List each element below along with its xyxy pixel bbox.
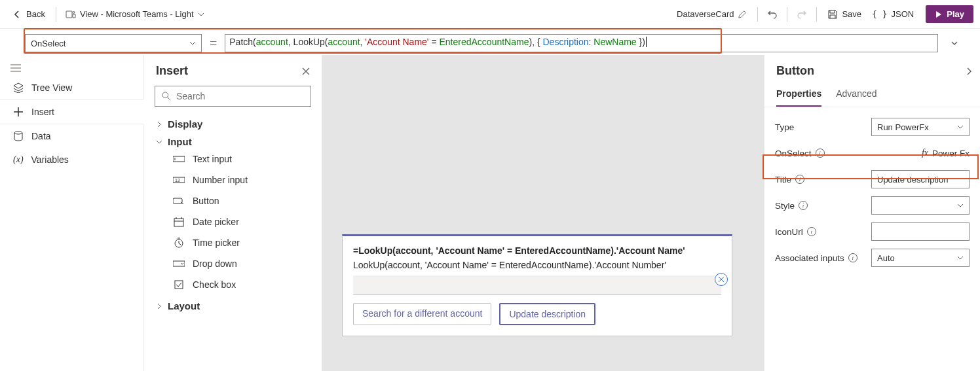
- fx-icon: fx: [922, 148, 928, 158]
- sidebar-item-data[interactable]: Data: [0, 124, 143, 148]
- property-dropdown[interactable]: OnSelect: [25, 34, 202, 52]
- card-text-line-1: =LookUp(account, 'Account Name' = Entere…: [353, 245, 721, 256]
- formula-expand[interactable]: [945, 36, 964, 50]
- svg-text:12: 12: [175, 178, 180, 183]
- formula-bar[interactable]: Patch(account, LookUp(account, 'Account …: [225, 34, 938, 52]
- properties-heading: Button: [776, 64, 814, 78]
- group-layout[interactable]: Layout: [144, 295, 322, 313]
- properties-expand[interactable]: [966, 67, 972, 76]
- prop-iconurl-input[interactable]: [871, 222, 970, 241]
- control-number-input[interactable]: 12 Number input: [144, 169, 322, 190]
- card-button-update[interactable]: Update description: [499, 303, 595, 325]
- info-icon[interactable]: i: [807, 227, 816, 236]
- info-icon[interactable]: i: [816, 149, 825, 158]
- view-dropdown[interactable]: View - Microsoft Teams - Light: [62, 7, 208, 22]
- control-label: Date picker: [193, 217, 239, 227]
- info-icon[interactable]: i: [795, 175, 804, 184]
- design-canvas[interactable]: =LookUp(account, 'Account Name' = Entere…: [322, 55, 764, 371]
- property-dropdown-value: OnSelect: [31, 39, 66, 48]
- text-input-icon: [173, 155, 185, 163]
- card-text-input[interactable]: [353, 275, 721, 295]
- group-label: Input: [168, 136, 192, 147]
- play-label: Play: [947, 9, 964, 19]
- undo-button[interactable]: [763, 7, 782, 22]
- control-button[interactable]: Button: [144, 190, 322, 211]
- prop-type-select[interactable]: Run PowerFx: [871, 118, 970, 136]
- control-time-picker[interactable]: Time picker: [144, 232, 322, 253]
- chevron-down-icon: [156, 139, 162, 145]
- sidebar-item-label: Data: [31, 131, 51, 141]
- control-text-input[interactable]: Text input: [144, 149, 322, 169]
- svg-rect-7: [173, 198, 182, 203]
- layers-icon: [13, 82, 24, 93]
- variable-icon: (x): [13, 154, 24, 165]
- svg-point-3: [162, 92, 168, 98]
- play-button[interactable]: Play: [926, 5, 973, 23]
- save-icon: [827, 9, 838, 20]
- insert-search[interactable]: [155, 86, 311, 107]
- control-label: Button: [193, 196, 219, 206]
- group-display[interactable]: Display: [144, 113, 322, 131]
- close-insert-button[interactable]: [299, 65, 312, 78]
- info-icon[interactable]: i: [799, 201, 808, 210]
- save-button[interactable]: Save: [822, 7, 867, 22]
- leftnav-collapse[interactable]: [0, 60, 143, 76]
- button-icon: [173, 197, 185, 205]
- insert-title: Insert: [156, 64, 188, 78]
- hamburger-icon: [10, 64, 21, 72]
- close-icon: [718, 276, 725, 283]
- prop-label-style: Stylei: [775, 201, 808, 211]
- plus-icon: [13, 107, 24, 117]
- control-check-box[interactable]: Check box: [144, 274, 322, 295]
- redo-button: [793, 7, 811, 22]
- prop-assoc-select[interactable]: Auto: [871, 249, 970, 267]
- chevron-down-icon: [957, 124, 964, 130]
- tab-properties[interactable]: Properties: [776, 84, 821, 107]
- info-icon[interactable]: i: [848, 253, 857, 262]
- group-label: Display: [168, 118, 202, 130]
- group-input[interactable]: Input: [144, 131, 322, 149]
- card-button-search[interactable]: Search for a different account: [353, 303, 491, 325]
- separator: [56, 7, 56, 22]
- card-name-label: DataverseCard: [677, 9, 734, 19]
- sidebar-item-tree-view[interactable]: Tree View: [0, 76, 143, 99]
- control-label: Text input: [193, 154, 232, 164]
- back-button[interactable]: Back: [7, 7, 50, 22]
- sidebar-item-variables[interactable]: (x) Variables: [0, 148, 143, 171]
- separator: [816, 7, 817, 22]
- clock-icon: [173, 238, 185, 248]
- save-label: Save: [842, 9, 861, 19]
- sidebar-item-label: Variables: [31, 154, 69, 165]
- database-icon: [13, 131, 24, 141]
- dropdown-icon: [173, 260, 185, 268]
- teams-icon: [66, 9, 76, 20]
- svg-point-2: [14, 132, 22, 134]
- json-button[interactable]: { } JSON: [867, 7, 919, 22]
- chevron-right-icon: [966, 67, 972, 76]
- insert-search-input[interactable]: [176, 91, 304, 101]
- close-icon: [302, 67, 310, 75]
- sidebar-item-insert[interactable]: Insert: [0, 99, 143, 124]
- prop-title-input[interactable]: Update description: [871, 170, 970, 188]
- card-name[interactable]: DataverseCard: [671, 7, 752, 22]
- prop-label-onselect: OnSelecti: [775, 149, 825, 158]
- prop-style-select[interactable]: [871, 196, 970, 215]
- equals-sign: =: [208, 36, 218, 51]
- control-drop-down[interactable]: Drop down: [144, 253, 322, 274]
- tab-advanced[interactable]: Advanced: [836, 84, 876, 107]
- clear-input-button[interactable]: [715, 273, 728, 286]
- card-preview[interactable]: =LookUp(account, 'Account Name' = Entere…: [342, 234, 732, 336]
- sidebar-item-label: Insert: [31, 107, 54, 117]
- pencil-icon: [738, 10, 747, 19]
- play-icon: [935, 10, 943, 18]
- svg-rect-0: [66, 11, 72, 18]
- json-label: JSON: [892, 9, 914, 19]
- separator: [787, 7, 787, 22]
- prop-onselect-value[interactable]: fx Power Fx: [922, 148, 970, 158]
- svg-rect-11: [175, 281, 183, 289]
- svg-point-1: [73, 11, 75, 13]
- back-label: Back: [26, 9, 45, 19]
- control-date-picker[interactable]: Date picker: [144, 211, 322, 232]
- chevron-right-icon: [156, 121, 162, 128]
- group-label: Layout: [168, 300, 200, 311]
